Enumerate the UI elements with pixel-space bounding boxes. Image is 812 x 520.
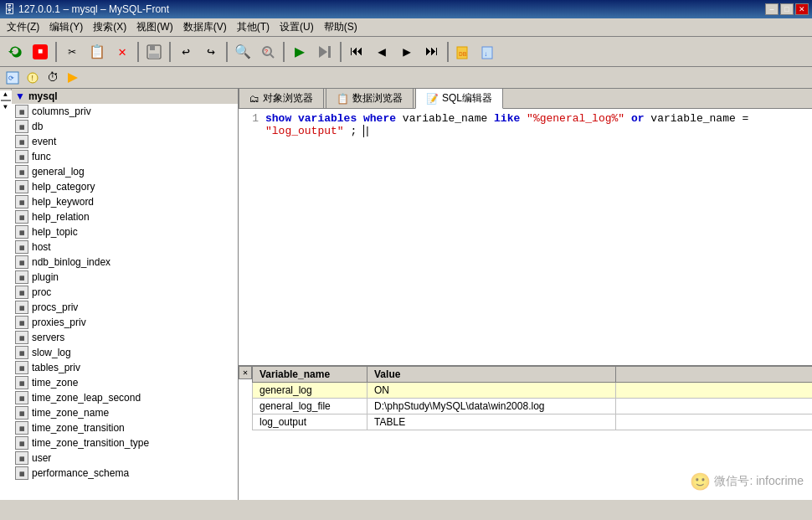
menu-bar: 文件(Z) 编辑(Y) 搜索(X) 视图(W) 数据库(V) 其他(T) 设置(…: [0, 18, 812, 37]
toolbar-separator-5: [283, 42, 285, 62]
tab-data-browser[interactable]: 📋 数据浏览器: [326, 88, 414, 108]
sidebar-table-item[interactable]: ▦time_zone_transition: [12, 420, 238, 435]
svg-rect-1: [150, 45, 155, 50]
tab-sql-editor-icon: 📝: [426, 93, 439, 105]
redo-button[interactable]: ↪: [199, 40, 223, 64]
save-button[interactable]: [142, 40, 166, 64]
import-button[interactable]: ↓: [477, 40, 501, 64]
tb2-btn-4[interactable]: [64, 69, 82, 87]
toolbar-separator-1: [55, 42, 57, 62]
svg-text:?: ?: [265, 49, 268, 55]
svg-text:!: !: [30, 75, 34, 83]
sidebar-table-item[interactable]: ▦tables_priv: [12, 360, 238, 375]
col-value: Value: [367, 367, 616, 383]
sidebar-table-item[interactable]: ▦db: [12, 119, 238, 134]
undo-button[interactable]: ↩: [174, 40, 198, 64]
sidebar-table-item[interactable]: ▦help_keyword: [12, 194, 238, 209]
toolbar: ■ ✂ 📋 ✕ ↩ ↪ 🔍 ? ▶ ⏮ ◀ ▶ ⏭ DB ↓: [0, 37, 812, 67]
cut-button[interactable]: ✂: [60, 40, 84, 64]
sidebar-table-item[interactable]: ▦ndb_binlog_index: [12, 255, 238, 270]
menu-search[interactable]: 搜索(X): [88, 18, 131, 36]
tb2-btn-1[interactable]: ⟳: [3, 69, 22, 87]
sidebar-table-item[interactable]: ▦proc: [12, 285, 238, 300]
sidebar-table-item[interactable]: ▦host: [12, 239, 238, 255]
svg-rect-7: [328, 46, 331, 58]
menu-settings[interactable]: 设置(U): [275, 18, 319, 36]
sidebar-table-item[interactable]: ▦user: [12, 450, 238, 466]
svg-text:↓: ↓: [484, 50, 488, 58]
first-button[interactable]: ⏮: [345, 40, 368, 64]
toolbar2: ⟳ ! ⏱: [0, 67, 812, 89]
menu-view[interactable]: 视图(W): [131, 18, 177, 36]
sidebar-table-item[interactable]: ▦slow_log: [12, 345, 238, 360]
search-button[interactable]: 🔍: [231, 40, 254, 64]
menu-edit[interactable]: 编辑(Y): [44, 18, 88, 36]
tab-data-browser-label: 数据浏览器: [352, 91, 403, 106]
menu-other[interactable]: 其他(T): [232, 18, 275, 36]
sidebar-table-item[interactable]: ▦time_zone_transition_type: [12, 435, 238, 450]
result-cell-value: ON: [367, 383, 616, 399]
sidebar-table-item[interactable]: ▦time_zone_leap_second: [12, 390, 238, 405]
sidebar-table-item[interactable]: ▦columns_priv: [12, 104, 238, 119]
sidebar-table-item[interactable]: ▦general_log: [12, 164, 238, 179]
sql-editor[interactable]: 1 show variables where variable_name lik…: [239, 109, 812, 366]
sidebar-table-item[interactable]: ▦performance_schema: [12, 466, 238, 481]
sidebar-table-item[interactable]: ▦event: [12, 134, 238, 149]
step-button[interactable]: [313, 40, 337, 64]
sidebar-table-item[interactable]: ▦func: [12, 149, 238, 164]
run-button[interactable]: ▶: [288, 40, 311, 64]
line-numbers: 1: [242, 112, 259, 362]
sidebar-table-item[interactable]: ▦time_zone: [12, 375, 238, 390]
search2-button[interactable]: ?: [256, 40, 280, 64]
toolbar-separator-4: [226, 42, 228, 62]
sidebar-table-item[interactable]: ▦servers: [12, 330, 238, 345]
tab-object-browser-icon: 🗂: [249, 93, 260, 105]
app-icon: 🗄: [3, 3, 15, 16]
tb2-btn-2[interactable]: !: [23, 69, 42, 87]
title-bar-left: 🗄 127.0.0.1 – mysql – MySQL-Front: [3, 3, 169, 16]
result-row: log_outputTABLE: [253, 414, 813, 430]
close-button[interactable]: ✕: [795, 3, 809, 15]
sidebar-table-item[interactable]: ▦help_topic: [12, 224, 238, 239]
sql-content[interactable]: show variables where variable_name like …: [265, 112, 809, 362]
delete-button[interactable]: ✕: [110, 40, 134, 64]
next-button[interactable]: ▶: [395, 40, 419, 64]
sidebar-root-db[interactable]: ▼ mysql: [12, 89, 238, 104]
tab-sql-editor[interactable]: 📝 SQL编辑器: [415, 88, 503, 109]
sidebar-scroll-down[interactable]: ▼: [3, 103, 8, 111]
sidebar-table-item[interactable]: ▦procs_priv: [12, 300, 238, 315]
svg-text:DB: DB: [459, 50, 467, 58]
sidebar-table-item[interactable]: ▦time_zone_name: [12, 405, 238, 420]
svg-line-4: [270, 54, 274, 58]
tab-object-browser[interactable]: 🗂 对象浏览器: [239, 88, 324, 108]
menu-help[interactable]: 帮助(S): [319, 18, 362, 36]
menu-database[interactable]: 数据库(V): [178, 18, 232, 36]
sidebar-table-item[interactable]: ▦help_relation: [12, 209, 238, 224]
result-row: general_logON: [253, 383, 813, 399]
toolbar-separator-6: [340, 42, 342, 62]
tab-object-browser-label: 对象浏览器: [263, 91, 313, 106]
svg-rect-2: [149, 54, 159, 59]
sidebar-table-item[interactable]: ▦proxies_priv: [12, 315, 238, 330]
last-button[interactable]: ⏭: [420, 40, 444, 64]
result-cell-name: log_output: [253, 414, 367, 430]
col-variable-name: Variable_name: [253, 367, 367, 383]
result-cell-value: D:\phpStudy\MySQL\data\win2008.log: [367, 399, 616, 414]
copy-button[interactable]: 📋: [85, 40, 109, 64]
menu-file[interactable]: 文件(Z): [2, 18, 44, 36]
svg-text:⟳: ⟳: [8, 75, 14, 82]
sidebar-table-item[interactable]: ▦plugin: [12, 270, 238, 285]
main-wrapper: ▲ ▼ ▼ mysql ▦columns_priv▦db▦event▦func▦…: [0, 89, 812, 500]
sidebar-scroll-up[interactable]: ▲: [3, 90, 8, 98]
export-button[interactable]: DB: [452, 40, 475, 64]
sidebar-table-item[interactable]: ▦help_category: [12, 179, 238, 194]
tb2-btn-3[interactable]: ⏱: [44, 69, 62, 87]
stop-button[interactable]: ■: [28, 40, 52, 64]
results-close-button[interactable]: ✕: [239, 366, 252, 379]
watermark-text: 微信号: infocrime: [714, 474, 804, 489]
maximize-button[interactable]: □: [780, 3, 794, 15]
prev-button[interactable]: ◀: [370, 40, 393, 64]
minimize-button[interactable]: –: [765, 3, 779, 15]
refresh-button[interactable]: [3, 40, 27, 64]
title-bar-controls[interactable]: – □ ✕: [765, 3, 809, 15]
